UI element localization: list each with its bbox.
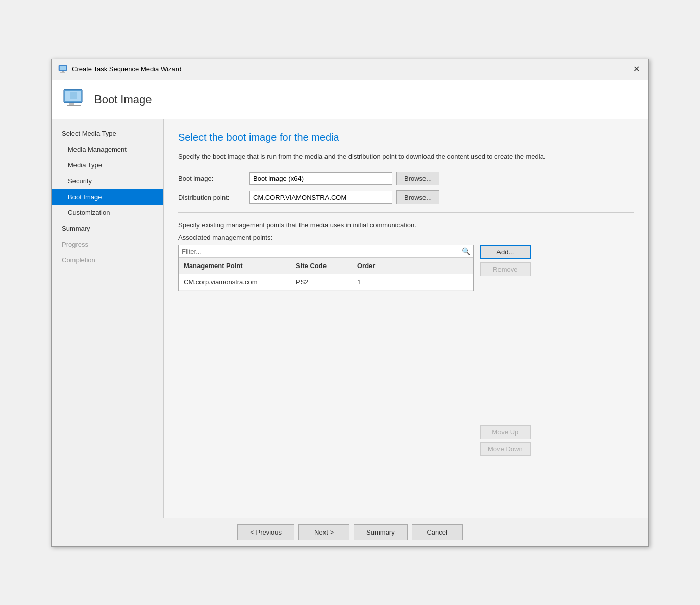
next-button[interactable]: Next > bbox=[298, 524, 349, 540]
management-area: 🔍 Management Point Site Code Order CM.co… bbox=[178, 245, 634, 456]
divider bbox=[178, 212, 634, 213]
header-title: Boot Image bbox=[94, 93, 152, 106]
move-up-button[interactable]: Move Up bbox=[480, 425, 531, 439]
cell-order: 1 bbox=[352, 276, 393, 288]
sidebar-item-customization[interactable]: Customization bbox=[52, 205, 163, 221]
search-icon: 🔍 bbox=[462, 247, 470, 255]
cell-management-point: CM.corp.viamonstra.com bbox=[179, 276, 291, 288]
distribution-point-row: Distribution point: Browse... bbox=[178, 190, 634, 204]
svg-rect-6 bbox=[69, 103, 74, 105]
cell-site-code: PS2 bbox=[291, 276, 352, 288]
title-bar: Create Task Sequence Media Wizard ✕ bbox=[52, 59, 648, 80]
header-icon bbox=[62, 87, 86, 112]
content-area: Select Media Type Media Management Media… bbox=[52, 119, 648, 518]
side-buttons: Add... Remove Move Up Move Down bbox=[480, 245, 531, 456]
wizard-window: Create Task Sequence Media Wizard ✕ Boot… bbox=[51, 59, 649, 547]
title-bar-left: Create Task Sequence Media Wizard bbox=[58, 64, 181, 75]
boot-image-row: Boot image: Browse... bbox=[178, 172, 634, 185]
header-area: Boot Image bbox=[52, 80, 648, 119]
distribution-point-input[interactable] bbox=[249, 191, 392, 204]
distribution-point-browse-button[interactable]: Browse... bbox=[396, 190, 439, 204]
column-order: Order bbox=[352, 260, 393, 272]
close-button[interactable]: ✕ bbox=[630, 63, 642, 76]
table-header: Management Point Site Code Order bbox=[179, 258, 473, 274]
add-button[interactable]: Add... bbox=[480, 245, 531, 259]
filter-row: 🔍 bbox=[179, 245, 473, 258]
sidebar-item-summary[interactable]: Summary bbox=[52, 221, 163, 236]
management-points-label: Associated management points: bbox=[178, 234, 634, 241]
filter-input[interactable] bbox=[182, 248, 462, 255]
summary-button[interactable]: Summary bbox=[354, 524, 408, 540]
cancel-button[interactable]: Cancel bbox=[412, 524, 463, 540]
sidebar-item-completion: Completion bbox=[52, 252, 163, 268]
boot-image-label: Boot image: bbox=[178, 175, 249, 182]
boot-image-browse-button[interactable]: Browse... bbox=[396, 172, 439, 185]
svg-rect-8 bbox=[70, 92, 77, 99]
sidebar-item-boot-image[interactable]: Boot Image bbox=[52, 189, 163, 205]
window-title: Create Task Sequence Media Wizard bbox=[72, 65, 181, 73]
boot-image-input[interactable] bbox=[249, 172, 392, 185]
window-icon bbox=[58, 64, 68, 75]
svg-rect-2 bbox=[62, 71, 64, 72]
table-row[interactable]: CM.corp.viamonstra.com PS2 1 bbox=[179, 274, 473, 291]
svg-rect-1 bbox=[60, 66, 66, 70]
sidebar-item-media-type[interactable]: Media Type bbox=[52, 157, 163, 173]
management-points-table: 🔍 Management Point Site Code Order CM.co… bbox=[178, 245, 474, 291]
sidebar-item-media-management[interactable]: Media Management bbox=[52, 141, 163, 157]
bottom-bar: < Previous Next > Summary Cancel bbox=[52, 518, 648, 546]
move-down-button[interactable]: Move Down bbox=[480, 442, 531, 456]
svg-rect-3 bbox=[60, 72, 65, 73]
column-management-point: Management Point bbox=[179, 260, 291, 272]
panel-description: Specify the boot image that is run from … bbox=[178, 152, 634, 162]
remove-button[interactable]: Remove bbox=[480, 262, 531, 276]
svg-rect-7 bbox=[67, 105, 81, 106]
previous-button[interactable]: < Previous bbox=[237, 524, 294, 540]
main-panel: Select the boot image for the media Spec… bbox=[164, 119, 648, 518]
distribution-point-label: Distribution point: bbox=[178, 193, 249, 201]
panel-title: Select the boot image for the media bbox=[178, 132, 634, 143]
sidebar-item-security[interactable]: Security bbox=[52, 173, 163, 189]
sidebar-item-progress: Progress bbox=[52, 236, 163, 252]
sidebar-item-select-media-type[interactable]: Select Media Type bbox=[52, 126, 163, 141]
sidebar: Select Media Type Media Management Media… bbox=[52, 119, 164, 518]
column-site-code: Site Code bbox=[291, 260, 352, 272]
management-description: Specify existing management points that … bbox=[178, 221, 634, 229]
